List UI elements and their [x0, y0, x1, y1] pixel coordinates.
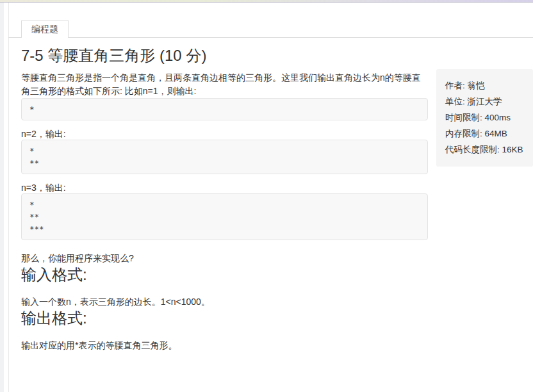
- meta-memory-limit: 内存限制: 64MB: [445, 126, 528, 142]
- question-text: 那么，你能用程序来实现么?: [21, 252, 428, 265]
- example-output-n3: * ** ***: [21, 193, 428, 240]
- problem-title: 7-5 等腰直角三角形 (10 分): [21, 46, 428, 65]
- problem-card: 编程题 7-5 等腰直角三角形 (10 分) 等腰直角三角形是指一个角是直角，且…: [8, 3, 533, 392]
- example-label-n2: n=2，输出:: [21, 129, 428, 140]
- page-left-margin: [0, 3, 4, 392]
- meta-time-limit: 时间限制: 400ms: [445, 110, 528, 126]
- example-output-n2: * **: [21, 140, 428, 174]
- meta-author: 作者: 翁恺: [445, 78, 528, 94]
- meta-code-length-limit: 代码长度限制: 16KB: [445, 142, 528, 158]
- problem-body: 7-5 等腰直角三角形 (10 分) 等腰直角三角形是指一个角是直角，且两条直角…: [21, 46, 428, 352]
- input-format-heading: 输入格式:: [21, 265, 428, 284]
- output-format-text: 输出对应的用*表示的等腰直角三角形。: [21, 339, 428, 352]
- meta-organization: 单位: 浙江大学: [445, 94, 528, 110]
- example-label-n3: n=3，输出:: [21, 183, 428, 193]
- problem-description: 等腰直角三角形是指一个角是直角，且两条直角边相等的三角形。这里我们输出直角边长为…: [21, 71, 428, 98]
- input-format-text: 输入一个数n，表示三角形的边长。1<n<1000。: [21, 295, 428, 309]
- problem-meta-panel: 作者: 翁恺 单位: 浙江大学 时间限制: 400ms 内存限制: 64MB 代…: [436, 69, 533, 167]
- example-output-n1: *: [21, 98, 428, 120]
- output-format-heading: 输出格式:: [21, 309, 428, 328]
- tab-programming-question[interactable]: 编程题: [21, 20, 69, 38]
- tab-bar: 编程题: [8, 19, 533, 38]
